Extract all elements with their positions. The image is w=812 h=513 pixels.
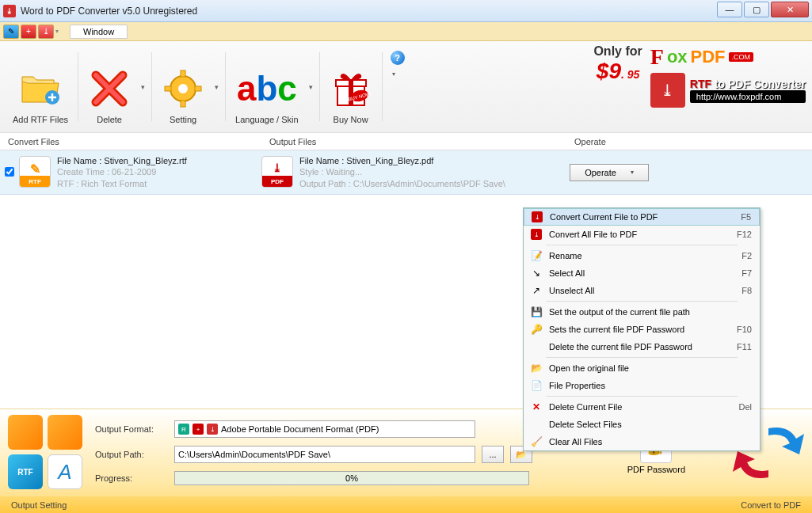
titlebar: ⤓ Word to PDF Converter v5.0 Unregistere… xyxy=(0,0,812,22)
output-file-style: Style : Waiting... xyxy=(299,166,505,177)
progress-bar: 0% xyxy=(174,471,529,485)
menu-item[interactable]: Delete Select Files xyxy=(524,416,760,433)
folder-add-icon xyxy=(19,67,62,110)
output-path-input[interactable] xyxy=(174,446,475,463)
app-icon: ⤓ xyxy=(3,5,16,17)
quickbar: ✎ + ⤓ ▾ Window xyxy=(0,22,812,41)
svg-point-2 xyxy=(178,84,188,93)
col-operate-header: Operate xyxy=(566,137,812,146)
window-tab[interactable]: Window xyxy=(70,25,128,39)
output-path-label: Output Path: xyxy=(95,450,168,459)
pdf-file-icon: ⤓ PDF xyxy=(261,156,293,188)
menu-item[interactable]: 🧹Clear All Files xyxy=(524,433,760,450)
buynow-button[interactable]: BUY NOW! Buy Now xyxy=(323,46,379,127)
menu-item[interactable]: ↗Unselect AllF8 xyxy=(524,282,760,299)
delete-button[interactable]: Delete xyxy=(82,46,137,127)
pdf-icon: ⤓ xyxy=(650,73,685,108)
quick-plus-icon[interactable]: + xyxy=(21,25,36,39)
rtf-converter-label: RTF to PDF Converter xyxy=(690,78,806,90)
svg-rect-5 xyxy=(165,86,171,91)
browse-button[interactable]: ... xyxy=(482,446,504,463)
operate-context-menu: ⤓Convert Current File to PDFF5⤓Convert A… xyxy=(523,207,761,451)
input-file-name: File Name : Stiven_King_Bleyz.rtf xyxy=(57,155,187,166)
progress-label: Progress: xyxy=(95,473,168,483)
menu-item[interactable]: 💾Set the output of the current file path xyxy=(524,303,760,321)
setting-button[interactable]: Setting xyxy=(155,46,211,127)
menu-item[interactable]: ↘Select AllF7 xyxy=(524,264,760,282)
col-output-header: Output Files xyxy=(261,137,566,146)
convert-to-pdf-link[interactable]: Convert to PDF xyxy=(741,500,801,510)
quick-pencil-icon[interactable]: ✎ xyxy=(3,25,19,39)
setting-dropdown[interactable]: ▾ xyxy=(211,46,222,127)
svg-rect-6 xyxy=(195,86,201,91)
menu-item[interactable]: 🔑Sets the current file PDF PasswordF10 xyxy=(524,321,760,338)
foxpdf-url[interactable]: http://www.foxpdf.com xyxy=(690,90,806,103)
promo-area: Only for $9. 95 FoxPDF .COM ⤓ RTF to PDF… xyxy=(593,44,806,108)
menu-item[interactable]: ✕Delete Current FileDel xyxy=(524,398,760,416)
delete-x-icon xyxy=(88,67,131,110)
add-rtf-button[interactable]: Add RTF Files xyxy=(6,46,74,127)
menu-item[interactable]: ⤓Convert All File to PDFF12 xyxy=(524,226,760,243)
foxpdf-logo[interactable]: FoxPDF .COM xyxy=(650,44,806,70)
output-format-select[interactable]: R+⤓ Adobe Portable Document Format (PDF) xyxy=(174,420,475,438)
output-format-label: Output Format: xyxy=(95,424,168,434)
file-checkbox[interactable] xyxy=(5,167,14,177)
output-icons: RTFA xyxy=(8,415,87,491)
main-toolbar: Add RTF Files Delete ▾ Setting ▾ abc Lan… xyxy=(0,41,812,133)
maximize-button[interactable]: ▢ xyxy=(744,2,769,17)
delete-dropdown[interactable]: ▾ xyxy=(137,46,148,127)
input-file-time: Create Time : 06-21-2009 xyxy=(57,166,187,177)
column-headers: Convert Files Output Files Operate xyxy=(0,133,812,150)
gift-icon: BUY NOW! xyxy=(330,67,372,110)
operate-dropdown-button[interactable]: Operate xyxy=(570,164,649,181)
price-amount: $9. 95 xyxy=(593,59,642,84)
rtf-file-icon: ✎ RTF xyxy=(19,156,51,188)
menu-item[interactable]: 📝RenameF2 xyxy=(524,247,760,264)
quick-dropdown-icon[interactable]: ▾ xyxy=(55,28,60,35)
file-row[interactable]: ✎ RTF File Name : Stiven_King_Bleyz.rtf … xyxy=(0,150,812,195)
output-file-name: File Name : Stiven_King_Bleyz.pdf xyxy=(299,155,505,166)
output-setting-link[interactable]: Output Setting xyxy=(11,500,67,510)
col-convert-header: Convert Files xyxy=(0,137,261,146)
help-button[interactable]: ? ▾ xyxy=(386,46,410,127)
menu-item[interactable]: Delete the current file PDF PasswordF11 xyxy=(524,338,760,355)
svg-rect-3 xyxy=(181,70,185,77)
svg-rect-4 xyxy=(181,101,185,107)
minimize-button[interactable]: — xyxy=(717,2,742,17)
window-title: Word to PDF Converter v5.0 Unregistered xyxy=(21,6,197,17)
close-button[interactable]: ✕ xyxy=(771,2,809,17)
language-button[interactable]: abc Language / Skin xyxy=(229,46,305,127)
menu-item[interactable]: 📄File Properties xyxy=(524,377,760,394)
gear-icon xyxy=(162,67,204,110)
input-file-type: RTF : Rich Text Format xyxy=(57,178,187,189)
output-file-path: Output Path : C:\Users\Admin\Documents\P… xyxy=(299,178,505,189)
help-icon: ? xyxy=(391,51,405,65)
abc-icon: abc xyxy=(246,67,288,110)
menu-item[interactable]: 📂Open the original file xyxy=(524,359,760,377)
quick-pdf-icon[interactable]: ⤓ xyxy=(38,25,54,39)
menu-item[interactable]: ⤓Convert Current File to PDFF5 xyxy=(524,208,760,226)
language-dropdown[interactable]: ▾ xyxy=(305,46,316,127)
price-only-label: Only for xyxy=(593,44,642,59)
